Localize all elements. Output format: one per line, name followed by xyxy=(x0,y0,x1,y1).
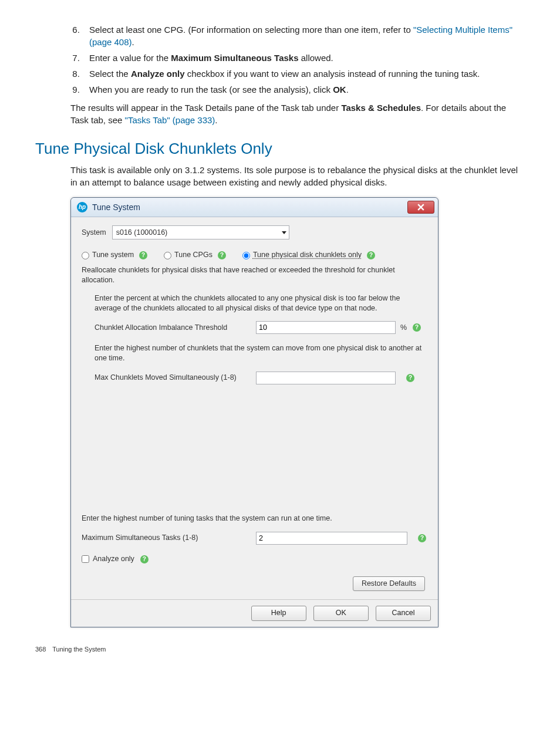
help-icon[interactable]: ? xyxy=(218,251,226,259)
system-combo-value: s016 (1000016) xyxy=(116,228,168,238)
help-icon[interactable]: ? xyxy=(367,251,375,259)
instruction-list: Select at least one CPG. (For informatio… xyxy=(35,23,525,96)
cancel-button[interactable]: Cancel xyxy=(376,606,431,621)
help-icon[interactable]: ? xyxy=(418,534,426,542)
maxchunk-row: Max Chunklets Moved Simultaneously (1-8)… xyxy=(95,372,427,384)
radio-tune-system[interactable]: Tune system ? xyxy=(82,250,147,261)
pct-sign: % xyxy=(400,323,407,333)
maxtasks-row: Maximum Simultaneous Tasks (1-8) ? xyxy=(82,532,427,545)
tune-system-dialog: hp Tune System System s016 (1000016) xyxy=(70,197,438,627)
page-number: 368 xyxy=(35,646,46,653)
section-heading: Tune Physical Disk Chunklets Only xyxy=(35,138,525,159)
threshold-input[interactable] xyxy=(256,321,396,334)
realloc-desc: Reallocate chunklets for physical disks … xyxy=(82,265,427,285)
step-9: When you are ready to run the task (or s… xyxy=(82,83,525,96)
maxchunk-input[interactable] xyxy=(256,372,396,384)
dialog-titlebar: hp Tune System xyxy=(71,198,438,217)
threshold-label: Chunklet Allocation Imbalance Threshold xyxy=(95,323,256,333)
results-paragraph: The results will appear in the Task Deta… xyxy=(70,102,525,126)
analyze-only-checkbox[interactable] xyxy=(82,555,89,563)
close-icon xyxy=(417,204,424,211)
pct-desc: Enter the percent at which the chunklets… xyxy=(95,293,427,313)
help-icon[interactable]: ? xyxy=(140,555,149,563)
help-icon[interactable]: ? xyxy=(139,251,147,259)
radio-tune-chunklets[interactable]: Tune physical disk chunklets only ? xyxy=(242,250,375,261)
maxtasks-desc: Enter the highest number of tuning tasks… xyxy=(82,514,427,524)
section-intro: This task is available only on 3.1.2 sys… xyxy=(70,164,525,188)
maxtasks-input[interactable] xyxy=(256,532,407,545)
step-6: Select at least one CPG. (For informatio… xyxy=(82,23,525,48)
help-button[interactable]: Help xyxy=(251,606,306,621)
restore-defaults-button[interactable]: Restore Defaults xyxy=(353,576,425,592)
maxchunk-label: Max Chunklets Moved Simultaneously (1-8) xyxy=(95,373,256,383)
dialog-button-bar: Help OK Cancel xyxy=(71,599,438,627)
maxtasks-label: Maximum Simultaneous Tasks (1-8) xyxy=(82,533,256,544)
dialog-title: Tune System xyxy=(92,202,140,214)
ok-button[interactable]: OK xyxy=(313,606,369,621)
footer-title: Tuning the System xyxy=(52,646,106,653)
document-body: Select at least one CPG. (For informatio… xyxy=(35,23,525,654)
system-row: System s016 (1000016) xyxy=(82,225,427,239)
chevron-down-icon xyxy=(282,231,286,234)
radio-tune-cpgs[interactable]: Tune CPGs ? xyxy=(164,250,226,261)
hp-icon: hp xyxy=(77,202,87,212)
threshold-row: Chunklet Allocation Imbalance Threshold … xyxy=(95,321,427,334)
system-combo[interactable]: s016 (1000016) xyxy=(112,225,289,239)
page-footer: 368 Tuning the System xyxy=(35,645,525,654)
system-label: System xyxy=(82,228,106,238)
analyze-only-row[interactable]: Analyze only ? xyxy=(82,554,427,565)
radio-group: Tune system ? Tune CPGs ? Tune physical … xyxy=(82,250,427,261)
link-tasks-tab[interactable]: "Tasks Tab" (page 333) xyxy=(125,115,215,125)
maxchunk-desc: Enter the highest number of chunklets th… xyxy=(95,343,427,363)
step-7: Enter a value for the Maximum Simultaneo… xyxy=(82,52,525,64)
step-8: Select the Analyze only checkbox if you … xyxy=(82,67,525,80)
help-icon[interactable]: ? xyxy=(413,323,421,332)
close-button[interactable] xyxy=(407,201,434,214)
help-icon[interactable]: ? xyxy=(406,374,414,382)
